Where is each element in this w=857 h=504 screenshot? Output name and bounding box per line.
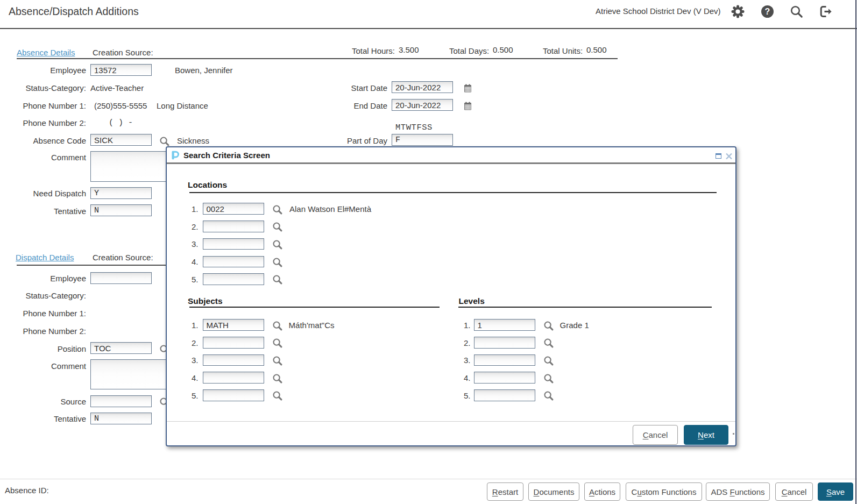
svg-text:?: ? bbox=[765, 7, 770, 16]
